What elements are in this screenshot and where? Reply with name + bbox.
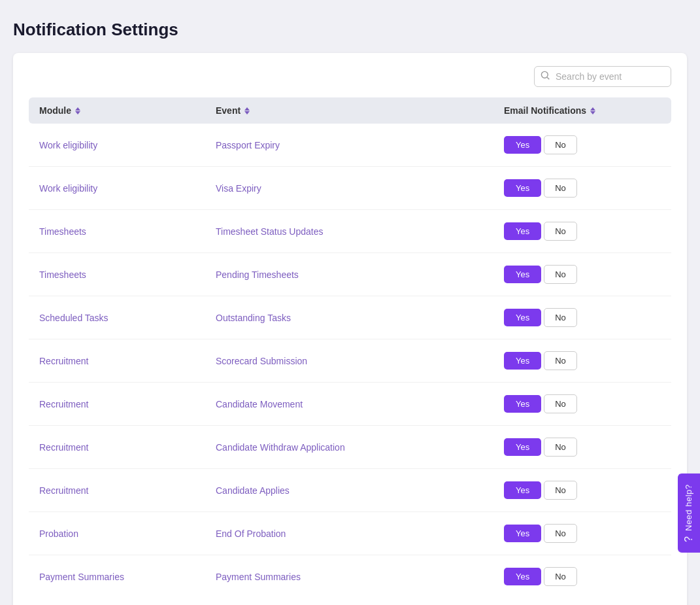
toggle-group: Yes No bbox=[504, 179, 661, 198]
toggle-group: Yes No bbox=[504, 265, 661, 284]
module-name: Timesheets bbox=[39, 226, 216, 237]
module-name: Timesheets bbox=[39, 269, 216, 280]
event-name: Pending Timesheets bbox=[216, 269, 504, 280]
table-row: Recruitment Candidate Movement Yes No bbox=[29, 383, 671, 426]
notification-settings-card: Module Event Email Notifications bbox=[13, 53, 687, 605]
no-button[interactable]: No bbox=[544, 179, 577, 198]
toggle-group: Yes No bbox=[504, 308, 661, 327]
no-button[interactable]: No bbox=[544, 567, 577, 586]
svg-point-0 bbox=[541, 71, 548, 78]
search-input-wrapper bbox=[534, 66, 671, 87]
table-row: Probation End Of Probation Yes No bbox=[29, 512, 671, 555]
event-name: Candidate Movement bbox=[216, 399, 504, 409]
table-row: Scheduled Tasks Outstanding Tasks Yes No bbox=[29, 296, 671, 339]
search-input[interactable] bbox=[534, 66, 671, 87]
col-header-module[interactable]: Module bbox=[39, 105, 216, 116]
page-title: Notification Settings bbox=[13, 20, 687, 40]
yes-button[interactable]: Yes bbox=[504, 395, 541, 413]
search-bar-row bbox=[29, 66, 671, 87]
toggle-group: Yes No bbox=[504, 438, 661, 457]
toggle-group: Yes No bbox=[504, 135, 661, 154]
no-button[interactable]: No bbox=[544, 308, 577, 327]
module-name: Work eligibility bbox=[39, 140, 216, 150]
yes-button[interactable]: Yes bbox=[504, 309, 541, 326]
yes-button[interactable]: Yes bbox=[504, 179, 541, 197]
table-row: Payment Summaries Payment Summaries Yes … bbox=[29, 555, 671, 598]
module-name: Scheduled Tasks bbox=[39, 313, 216, 323]
need-help-button[interactable]: ? Need help? bbox=[678, 474, 700, 553]
need-help-label: Need help? bbox=[684, 484, 694, 531]
module-sort-icon[interactable] bbox=[75, 107, 80, 114]
no-button[interactable]: No bbox=[544, 265, 577, 284]
table-row: Recruitment Candidate Withdraw Applicati… bbox=[29, 426, 671, 469]
module-name: Recruitment bbox=[39, 399, 216, 409]
event-name: Payment Summaries bbox=[216, 572, 504, 582]
yes-button[interactable]: Yes bbox=[504, 352, 541, 370]
event-name: Visa Expiry bbox=[216, 183, 504, 194]
col-module-label: Module bbox=[39, 105, 71, 116]
table-body: Work eligibility Passport Expiry Yes No … bbox=[29, 124, 671, 598]
table-header: Module Event Email Notifications bbox=[29, 97, 671, 124]
module-name: Recruitment bbox=[39, 485, 216, 496]
search-icon bbox=[541, 71, 550, 82]
module-name: Work eligibility bbox=[39, 183, 216, 194]
yes-button[interactable]: Yes bbox=[504, 266, 541, 283]
yes-button[interactable]: Yes bbox=[504, 222, 541, 240]
event-name: End Of Probation bbox=[216, 528, 504, 539]
email-sort-icon[interactable] bbox=[590, 107, 595, 114]
module-name: Payment Summaries bbox=[39, 572, 216, 582]
table-row: Work eligibility Passport Expiry Yes No bbox=[29, 124, 671, 167]
module-name: Probation bbox=[39, 528, 216, 539]
yes-button[interactable]: Yes bbox=[504, 136, 541, 154]
toggle-group: Yes No bbox=[504, 481, 661, 500]
event-sort-icon[interactable] bbox=[244, 107, 250, 114]
col-event-label: Event bbox=[216, 105, 241, 116]
no-button[interactable]: No bbox=[544, 438, 577, 457]
table-row: Work eligibility Visa Expiry Yes No bbox=[29, 167, 671, 210]
svg-line-1 bbox=[547, 77, 549, 79]
event-name: Passport Expiry bbox=[216, 140, 504, 150]
event-name: Timesheet Status Updates bbox=[216, 226, 504, 237]
toggle-group: Yes No bbox=[504, 394, 661, 413]
yes-button[interactable]: Yes bbox=[504, 525, 541, 542]
help-icon: ? bbox=[683, 536, 695, 542]
col-header-event[interactable]: Event bbox=[216, 105, 504, 116]
table-row: Timesheets Timesheet Status Updates Yes … bbox=[29, 210, 671, 253]
table-row: Timesheets Pending Timesheets Yes No bbox=[29, 253, 671, 296]
no-button[interactable]: No bbox=[544, 222, 577, 241]
table-row: Recruitment Candidate Applies Yes No bbox=[29, 469, 671, 512]
toggle-group: Yes No bbox=[504, 222, 661, 241]
yes-button[interactable]: Yes bbox=[504, 438, 541, 456]
no-button[interactable]: No bbox=[544, 394, 577, 413]
event-name: Candidate Applies bbox=[216, 485, 504, 496]
no-button[interactable]: No bbox=[544, 524, 577, 543]
yes-button[interactable]: Yes bbox=[504, 481, 541, 499]
no-button[interactable]: No bbox=[544, 135, 577, 154]
yes-button[interactable]: Yes bbox=[504, 568, 541, 585]
event-name: Scorecard Submission bbox=[216, 356, 504, 366]
module-name: Recruitment bbox=[39, 442, 216, 453]
module-name: Recruitment bbox=[39, 356, 216, 366]
col-header-email-notifications[interactable]: Email Notifications bbox=[504, 105, 661, 116]
no-button[interactable]: No bbox=[544, 481, 577, 500]
event-name: Candidate Withdraw Application bbox=[216, 442, 504, 453]
table-row: Recruitment Scorecard Submission Yes No bbox=[29, 339, 671, 383]
event-name: Outstanding Tasks bbox=[216, 313, 504, 323]
toggle-group: Yes No bbox=[504, 567, 661, 586]
col-email-label: Email Notifications bbox=[504, 105, 586, 116]
no-button[interactable]: No bbox=[544, 351, 577, 370]
toggle-group: Yes No bbox=[504, 524, 661, 543]
notification-table: Module Event Email Notifications bbox=[29, 97, 671, 598]
toggle-group: Yes No bbox=[504, 351, 661, 370]
